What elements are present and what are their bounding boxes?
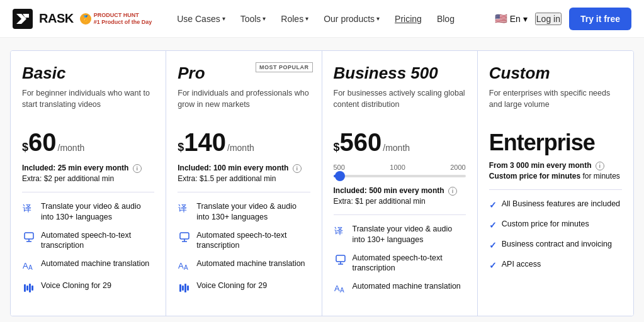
price-slider[interactable]: 500 1000 2000 [334,164,466,177]
plan-pro-included: Included: 100 min every month i [178,164,310,173]
info-icon: i [133,164,142,173]
svg-text:译: 译 [178,203,187,213]
feature-machine-translation: A A Automated machine translation [334,281,466,296]
feature-voice-cloning: Voice Cloning for 29 [178,280,310,295]
plan-custom-from: From 3 000 min every month i [489,161,622,170]
most-popular-badge: MOST POPULAR [256,62,313,72]
plan-custom-desc: For enterprises with specific needs and … [489,88,622,121]
machine-translation-icon: A A [22,259,36,273]
feature-translate: 译 Translate your video & audio into 130+… [334,224,466,245]
plan-pro-desc: For individuals and professionals who gr… [178,88,310,121]
feature-stt: Automated speech-to-text transcription [22,230,154,252]
feature-custom-price: ✓ Custom price for minutes [489,219,622,231]
plan-pro-price: $ 140 /month [178,130,310,155]
svg-rect-20 [187,286,189,291]
ph-icon: 🏅 [80,13,91,25]
speech-to-text-icon [22,231,36,245]
svg-rect-7 [24,284,26,292]
svg-rect-8 [26,286,28,291]
nav-use-cases[interactable]: Use Cases ▾ [171,10,231,28]
nav-tools[interactable]: Tools ▾ [234,10,273,28]
svg-text:A: A [184,264,188,271]
checkmark-icon: ✓ [489,260,497,272]
plan-pro: Pro MOST POPULAR For individuals and pro… [166,51,322,316]
plan-pro-extra: Extra: $1.5 per additional min [178,174,310,183]
chevron-down-icon: ▾ [222,15,225,22]
chevron-down-icon: ▾ [305,15,308,22]
svg-rect-10 [31,286,33,291]
pricing-grid: Basic For beginner individuals who want … [10,50,634,316]
plan-custom-name: Custom [489,64,622,83]
nav-our-products[interactable]: Our products ▾ [317,10,386,28]
plan-basic-price: $ 60 /month [22,130,154,155]
flag-icon: 🇺🇸 [495,13,507,25]
speech-to-text-icon [334,253,347,267]
pricing-section: Basic For beginner individuals who want … [0,38,644,322]
header-right: 🇺🇸 En ▾ Log in Try it free [495,8,631,30]
feature-stt: Automated speech-to-text transcription [334,253,466,274]
svg-rect-2 [25,233,33,239]
feature-machine-translation: A A Automated machine translation [178,258,310,273]
svg-rect-19 [184,284,186,292]
plan-basic: Basic For beginner individuals who want … [11,51,166,316]
checkmark-icon: ✓ [489,199,497,211]
svg-rect-18 [182,286,184,291]
svg-text:A: A [23,261,28,270]
ph-text: PRODUCT HUNT #1 Product of the Day [94,12,152,26]
slider-labels: 500 1000 2000 [334,164,466,171]
chevron-down-icon: ▾ [376,15,380,22]
plan-basic-included: Included: 25 min every month i [22,164,154,173]
checkmark-icon: ✓ [489,219,497,231]
svg-rect-9 [29,284,31,292]
machine-translation-icon: A A [178,259,191,273]
plan-business: Business 500 For businesses actively sca… [322,51,478,316]
plan-business-name: Business 500 [334,64,466,83]
plan-basic-name: Basic [22,64,154,83]
plan-custom-custom-price: Custom price for minutes for minutes [489,172,622,180]
plan-custom-price-large: Enterprise [489,130,622,156]
translate-icon: 译 [22,202,36,216]
plan-business-desc: For businesses actively scaling global c… [334,88,466,121]
slider-thumb[interactable] [335,171,345,181]
feature-voice-cloning: Voice Cloning for 29 [22,280,154,295]
logo-text: RASK [39,11,74,26]
plan-business-included: Included: 500 min every month i [334,186,466,196]
feature-all-business: ✓ All Business features are included [489,199,622,211]
checkmark-icon: ✓ [489,240,497,252]
nav-roles[interactable]: Roles ▾ [274,10,315,28]
machine-translation-icon: A A [334,282,347,296]
nav-blog[interactable]: Blog [431,10,461,28]
main-nav: Use Cases ▾ Tools ▾ Roles ▾ Our products… [171,10,494,28]
plan-basic-extra: Extra: $2 per additional min [22,174,154,183]
svg-rect-22 [336,255,345,262]
language-selector[interactable]: 🇺🇸 En ▾ [495,13,528,25]
login-button[interactable]: Log in [535,13,562,25]
chevron-down-icon: ▾ [523,14,528,24]
svg-text:A: A [340,287,344,294]
feature-business-contract: ✓ Business contract and invoicing [489,239,622,252]
slider-track[interactable] [334,175,466,177]
svg-rect-12 [180,233,189,239]
info-icon: i [596,162,604,170]
svg-text:A: A [178,261,184,270]
info-icon: i [293,164,302,173]
nav-pricing[interactable]: Pricing [388,10,428,28]
speech-to-text-icon [178,231,191,245]
feature-translate: 译 Translate your video & audio into 130+… [178,201,310,223]
translate-icon: 译 [334,225,347,238]
feature-api-access: ✓ API access [489,259,622,272]
plan-business-extra: Extra: $1 per additional min [334,197,466,206]
logo-area: RASK 🏅 PRODUCT HUNT #1 Product of the Da… [13,9,152,29]
feature-translate: 译 Translate your video & audio into 130+… [22,201,154,223]
feature-machine-translation: A A Automated machine translation [22,258,154,273]
try-free-button[interactable]: Try it free [569,8,631,30]
svg-text:A: A [334,284,340,293]
translate-icon: 译 [178,202,191,216]
plan-business-price: $ 560 /month [334,130,466,155]
svg-text:译: 译 [23,203,31,213]
voice-cloning-icon [22,281,36,295]
svg-text:译: 译 [334,226,343,236]
voice-cloning-icon [178,281,191,295]
plan-basic-desc: For beginner individuals who want to sta… [22,88,154,121]
logo-icon [13,9,33,29]
